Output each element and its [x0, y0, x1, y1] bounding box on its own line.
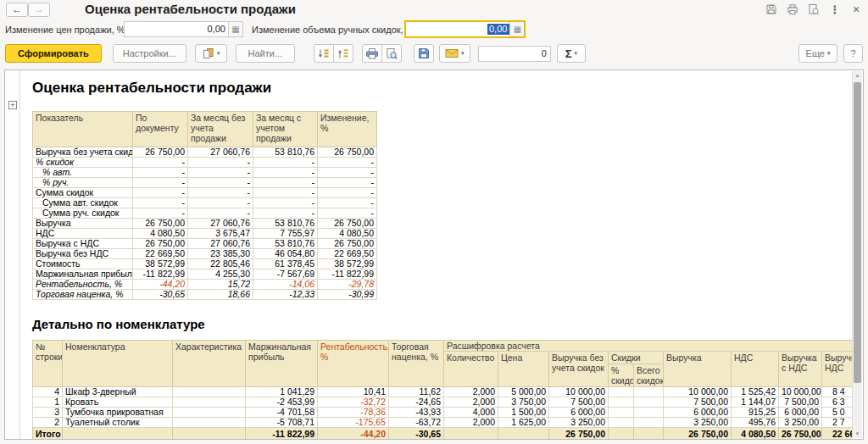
- cell-value[interactable]: 6 000,00: [779, 408, 822, 418]
- cell-value[interactable]: 10 000,00: [779, 387, 822, 397]
- cell-value[interactable]: 4: [33, 387, 63, 397]
- cell-value[interactable]: [444, 428, 498, 440]
- cell-value[interactable]: 26 750,00: [318, 239, 377, 249]
- help-button[interactable]: ?: [843, 44, 863, 63]
- row-label[interactable]: Маржинальная прибыль: [33, 269, 133, 280]
- cell-value[interactable]: 4,000: [444, 408, 498, 418]
- cell-value[interactable]: 27 060,76: [188, 219, 253, 229]
- table-row[interactable]: Рентабельность, %-44,2015,72-14,06-29,78: [33, 280, 377, 290]
- scroll-up-icon[interactable]: ▲: [853, 73, 862, 78]
- detail-header-rev-with-vat[interactable]: Выручка с НДС: [779, 352, 822, 387]
- table-row[interactable]: % скидок----: [33, 158, 377, 168]
- cell-value[interactable]: Шкаф 3-дверный: [63, 387, 173, 397]
- close-button[interactable]: ×: [849, 3, 863, 16]
- cell-value[interactable]: Кровать: [63, 397, 173, 408]
- table-row[interactable]: Сумма авт. скидок----: [33, 198, 377, 208]
- cell-value[interactable]: [609, 428, 634, 440]
- cell-value[interactable]: -24,65: [389, 397, 444, 408]
- row-label[interactable]: Выручка без НДС: [33, 249, 133, 259]
- cell-value[interactable]: -: [133, 188, 188, 198]
- cell-value[interactable]: 53 810,76: [253, 147, 318, 158]
- cell-value[interactable]: 1 144,07: [732, 397, 779, 408]
- cell-value[interactable]: 1 525,42: [732, 387, 779, 397]
- detail-header-qty[interactable]: Количество: [444, 352, 498, 387]
- cell-value[interactable]: 1: [33, 397, 63, 408]
- back-button[interactable]: ←: [6, 3, 28, 17]
- cell-value[interactable]: -: [188, 188, 253, 198]
- cell-value[interactable]: 3 750,00: [498, 397, 549, 408]
- row-label[interactable]: % руч.: [33, 178, 133, 188]
- titlebar-preview-button[interactable]: [807, 3, 821, 16]
- row-label[interactable]: Выручка без учета скидок: [33, 147, 133, 158]
- cell-value[interactable]: [634, 418, 664, 428]
- cell-value[interactable]: -44,20: [133, 280, 188, 290]
- cell-value[interactable]: 495,76: [732, 418, 779, 428]
- table-row[interactable]: % авт.----: [33, 168, 377, 178]
- row-label[interactable]: Сумма руч. скидок: [33, 208, 133, 219]
- cell-value[interactable]: -: [133, 158, 188, 168]
- cell-value[interactable]: -175,65: [318, 418, 389, 428]
- toolbar-print-button[interactable]: [362, 44, 382, 63]
- detail-header-nomenclature[interactable]: Номенклатура: [63, 341, 173, 387]
- table-row[interactable]: НДС4 080,503 675,477 755,974 080,50: [33, 229, 377, 239]
- cell-value[interactable]: -: [318, 198, 377, 208]
- cell-value[interactable]: 26 750,00: [133, 219, 188, 229]
- cell-value[interactable]: 2,000: [444, 397, 498, 408]
- cell-value[interactable]: -11 822,99: [318, 269, 377, 280]
- cell-value[interactable]: 26 750,00: [318, 219, 377, 229]
- cell-value[interactable]: 2: [33, 418, 63, 428]
- cell-value[interactable]: -11 822,99: [133, 269, 188, 280]
- cell-value[interactable]: [498, 428, 549, 440]
- cell-value[interactable]: 915,25: [732, 408, 779, 418]
- cell-value[interactable]: -5 708,71: [246, 418, 318, 428]
- cell-value[interactable]: 22 669,50: [318, 249, 377, 259]
- cell-value[interactable]: -: [318, 178, 377, 188]
- cell-value[interactable]: Итого: [33, 428, 63, 440]
- collapse-groups-button[interactable]: [314, 44, 334, 63]
- send-email-button[interactable]: ▾: [439, 44, 470, 63]
- more-menu-button[interactable]: ⋮: [828, 3, 842, 16]
- summary-header-month-with[interactable]: За месяц с учетом продажи: [253, 112, 318, 147]
- titlebar-save-button[interactable]: [765, 3, 778, 16]
- cell-value[interactable]: -: [253, 168, 318, 178]
- cell-value[interactable]: -: [133, 168, 188, 178]
- cell-value[interactable]: [609, 387, 634, 397]
- toolbar-save-button[interactable]: [414, 44, 434, 63]
- cell-value[interactable]: 10 000,00: [549, 387, 609, 397]
- cell-value[interactable]: 46 054,80: [253, 249, 318, 259]
- cell-value[interactable]: -: [318, 158, 377, 168]
- cell-value[interactable]: 27 060,76: [188, 147, 253, 158]
- more-button[interactable]: Еще ▾: [798, 44, 837, 63]
- cell-value[interactable]: 7 500,00: [664, 397, 732, 408]
- cell-value[interactable]: -: [188, 198, 253, 208]
- report-variants-button[interactable]: ▾: [195, 44, 227, 63]
- cell-value[interactable]: 10,41: [318, 387, 389, 397]
- cell-value[interactable]: -44,20: [318, 428, 389, 440]
- cell-value[interactable]: 27 060,76: [188, 239, 253, 249]
- row-label[interactable]: Рентабельность, %: [33, 280, 133, 290]
- cell-value[interactable]: -11 822,99: [246, 428, 318, 440]
- cell-value[interactable]: -: [253, 208, 318, 219]
- cell-value[interactable]: -: [188, 158, 253, 168]
- table-row[interactable]: 3Тумбочка прикроватная-4 701,58-78,36-43…: [33, 408, 853, 418]
- cell-value[interactable]: 8 4: [822, 387, 853, 397]
- cell-value[interactable]: [609, 408, 634, 418]
- table-row[interactable]: 4Шкаф 3-дверный1 041,2910,4111,622,0005 …: [33, 387, 853, 397]
- summary-header-indicator[interactable]: Показатель: [33, 112, 133, 147]
- price-change-input[interactable]: 0,00 ▦: [124, 21, 243, 37]
- detail-header-rev-no-disc[interactable]: Выручка без учета скидок: [549, 352, 609, 387]
- table-row[interactable]: Выручка без учета скидок26 750,0027 060,…: [33, 147, 377, 158]
- cell-value[interactable]: -2 453,99: [246, 397, 318, 408]
- calculator-icon-button[interactable]: ▦: [509, 22, 524, 36]
- cell-value[interactable]: -30,65: [389, 428, 444, 440]
- detail-header-calc-group[interactable]: Расшифровка расчета: [444, 341, 853, 352]
- table-row[interactable]: 1Кровать-2 453,99-32,72-24,652,0003 750,…: [33, 397, 853, 408]
- table-row[interactable]: Выручка без НДС22 669,5023 385,3046 054,…: [33, 249, 377, 259]
- row-label[interactable]: Сумма авт. скидок: [33, 198, 133, 208]
- cell-value[interactable]: [634, 397, 664, 408]
- cell-value[interactable]: [609, 418, 634, 428]
- cell-value[interactable]: 23 385,30: [188, 249, 253, 259]
- cell-value[interactable]: 6 3: [822, 397, 853, 408]
- cell-value[interactable]: -12,33: [253, 290, 318, 300]
- detail-header-characteristic[interactable]: Характеристика: [173, 341, 246, 387]
